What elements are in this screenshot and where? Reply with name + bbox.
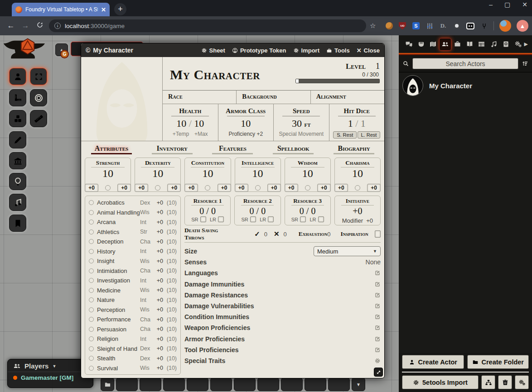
ability-strength[interactable]: Strength10+0+0 <box>85 158 131 192</box>
tab-close-icon[interactable]: ✕ <box>101 6 106 13</box>
edit-languages-button[interactable] <box>374 270 381 276</box>
sr-checkbox[interactable] <box>200 216 206 222</box>
skill-acrobatics[interactable]: AcrobaticsDex+0(10) <box>89 198 177 208</box>
skill-prof-radio[interactable] <box>89 356 94 361</box>
skill-arcana[interactable]: ArcanaInt+0(10) <box>89 217 177 227</box>
save-proficiency-radio[interactable] <box>105 185 111 191</box>
lr-checkbox[interactable] <box>318 216 324 222</box>
ability-charisma[interactable]: Charisma10+0+0 <box>334 158 381 192</box>
lighting-tool-button[interactable] <box>9 173 26 190</box>
skill-prof-radio[interactable] <box>89 327 94 332</box>
browser-update-button[interactable]: ▲ <box>517 20 528 32</box>
edit-damage-resistances-button[interactable] <box>374 292 381 298</box>
skill-prof-radio[interactable] <box>89 249 94 254</box>
skill-prof-radio[interactable] <box>89 297 94 302</box>
ability-mod[interactable]: +0 <box>285 184 298 192</box>
create-actor-button[interactable]: Create Actor <box>402 355 464 369</box>
macro-slot[interactable] <box>305 378 326 391</box>
configure-special-traits-button[interactable] <box>374 358 381 364</box>
ability-wisdom[interactable]: Wisdom10+0+0 <box>285 158 331 192</box>
ability-constitution[interactable]: Constitution10+0+0 <box>184 158 231 192</box>
window-resize-handle[interactable] <box>374 368 383 377</box>
macro-slot[interactable] <box>234 378 256 391</box>
delete-button[interactable] <box>498 375 512 389</box>
window-minimize-button[interactable]: – <box>489 1 493 8</box>
death-success-icon[interactable]: ✓ <box>254 230 260 238</box>
cookie-extension-icon[interactable] <box>386 22 393 29</box>
ruler-tool-button[interactable] <box>30 110 47 127</box>
hp-current[interactable]: 10 <box>176 118 186 129</box>
skill-stealth[interactable]: StealthDex+0(10) <box>89 354 177 363</box>
skill-religion[interactable]: ReligionInt+0(10) <box>89 334 177 344</box>
edit-damage-vulnerabilities-button[interactable] <box>374 303 381 309</box>
senses-value[interactable]: None <box>366 258 381 266</box>
save-proficiency-radio[interactable] <box>355 185 360 191</box>
ability-save[interactable]: +0 <box>317 184 331 192</box>
tab-features[interactable]: Features <box>203 144 263 157</box>
tab-spellbook[interactable]: Spellbook <box>263 144 324 157</box>
skill-persuasion[interactable]: PersuasionCha+0(10) <box>89 325 177 335</box>
sort-icon[interactable] <box>522 60 528 67</box>
url-bar[interactable]: i localhost:30000/game <box>49 19 366 32</box>
select-tool-button[interactable] <box>30 68 47 85</box>
skill-perception[interactable]: PerceptionWis+0(10) <box>89 305 177 315</box>
character-portrait[interactable] <box>81 57 163 141</box>
tab-compendium[interactable] <box>500 38 512 51</box>
skill-investigation[interactable]: InvestigationInt+0(10) <box>89 276 177 286</box>
browser-tab[interactable]: Foundry Virtual Tabletop • A Stan ✕ <box>12 3 110 16</box>
window-header[interactable]: ©My Character Sheet Prototype Token Impo… <box>81 43 384 57</box>
tab-combat[interactable] <box>415 38 427 51</box>
skill-sleight-of-hand[interactable]: Sleight of HandDex+0(10) <box>89 344 177 354</box>
tab-tables[interactable] <box>476 38 488 51</box>
sliders-extension-icon[interactable] <box>426 22 434 30</box>
edit-armor-proficiencies-button[interactable] <box>374 336 381 342</box>
ability-save[interactable]: +0 <box>218 184 231 192</box>
sounds-tool-button[interactable] <box>9 194 26 211</box>
tab-journal[interactable] <box>464 38 476 51</box>
death-fail-count[interactable]: 0 <box>284 231 287 238</box>
macro-slot[interactable] <box>140 378 161 391</box>
macro-page-button[interactable]: ▼ <box>352 378 365 391</box>
target-tool-button[interactable] <box>30 89 47 106</box>
tab-scenes[interactable] <box>427 38 440 51</box>
save-proficiency-radio[interactable] <box>155 185 160 191</box>
skill-prof-radio[interactable] <box>89 366 94 371</box>
skill-prof-radio[interactable] <box>89 229 94 234</box>
skill-prof-radio[interactable] <box>89 268 94 273</box>
tab-attributes[interactable]: Attributes <box>81 144 142 157</box>
exhaustion-value[interactable]: 0 <box>327 231 330 238</box>
tab-settings[interactable] <box>512 38 524 51</box>
skill-survival[interactable]: SurvivalWis+0(10) <box>89 363 177 373</box>
s-extension-icon[interactable]: S <box>412 22 420 29</box>
edit-tool-proficiencies-button[interactable] <box>374 347 381 353</box>
ability-dexterity[interactable]: Dexterity10+0+0 <box>135 158 181 192</box>
create-folder-button[interactable]: Create Folder <box>467 355 529 369</box>
save-proficiency-radio[interactable] <box>205 185 210 191</box>
skill-prof-radio[interactable] <box>89 307 94 312</box>
tab-biography[interactable]: Biography <box>324 144 384 157</box>
ability-mod[interactable]: +0 <box>135 184 148 192</box>
macro-slot[interactable] <box>328 378 350 391</box>
tiles-tool-button[interactable] <box>9 152 26 169</box>
reload-button[interactable] <box>33 21 47 31</box>
tools-button[interactable]: Tools <box>326 47 350 54</box>
ublock-extension-icon[interactable]: UO <box>399 22 406 30</box>
close-window-button[interactable]: ✕Close <box>357 47 380 54</box>
skill-animal-handling[interactable]: Animal HandlingWis+0(10) <box>89 208 177 218</box>
short-rest-button[interactable]: S. Rest <box>333 131 357 139</box>
actor-list-item[interactable]: My Character <box>402 75 528 96</box>
alignment-field[interactable]: Alignment <box>311 91 384 104</box>
lr-checkbox[interactable] <box>268 216 274 222</box>
resource-3[interactable]: Resource 30 / 0SRLR <box>285 196 331 225</box>
edit-damage-immunities-button[interactable] <box>374 281 381 287</box>
skill-prof-radio[interactable] <box>89 239 94 244</box>
skill-prof-radio[interactable] <box>89 210 94 215</box>
race-field[interactable]: Race <box>163 91 237 104</box>
macro-slot[interactable] <box>116 378 138 391</box>
death-fail-icon[interactable]: ✕ <box>274 230 280 238</box>
background-field[interactable]: Background <box>237 91 310 104</box>
tab-chat[interactable] <box>403 38 415 51</box>
skill-medicine[interactable]: MedicineWis+0(10) <box>89 286 177 296</box>
macro-slot[interactable] <box>210 378 232 391</box>
edit-condition-immunities-button[interactable] <box>374 314 381 320</box>
